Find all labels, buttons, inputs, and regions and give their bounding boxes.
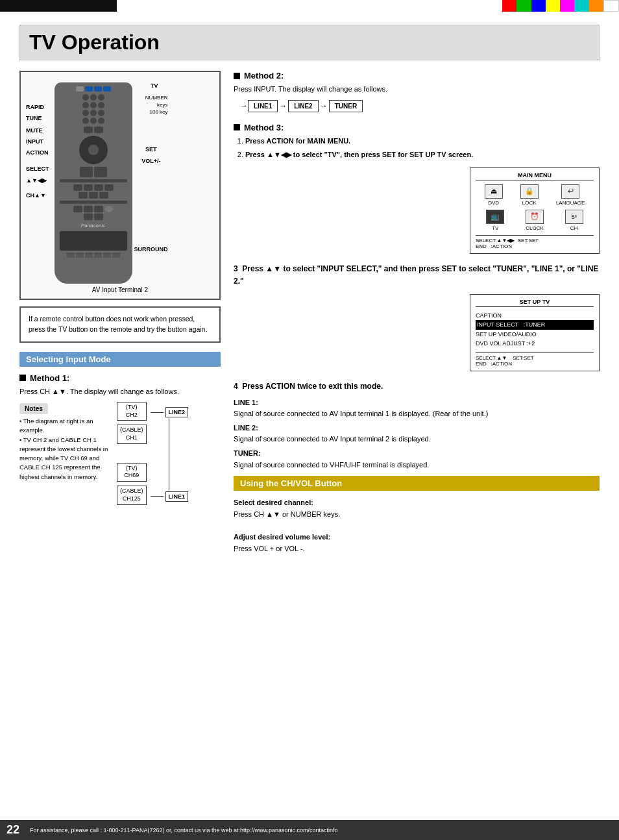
setup-select-line: SELECT:▲▼ SET:SET xyxy=(476,352,594,361)
note-item-1: • The diagram at right is an example. xyxy=(19,417,110,436)
method2-title: Method 2: xyxy=(234,71,600,80)
dvd-label: DVD xyxy=(485,200,503,206)
setup-item-input-select: INPUT SELECT :TUNER xyxy=(476,320,594,329)
menu-item-tv: 📺 TV xyxy=(486,210,504,231)
remote-side-labels: RAPID TUNE MUTE INPUT ACTION SELECT ▲▼◀▶… xyxy=(26,84,49,284)
notes-label: Notes xyxy=(19,403,48,414)
vol-btn xyxy=(94,167,107,177)
surround-row-1 xyxy=(60,206,127,212)
label-action: ACTION xyxy=(26,147,49,158)
ctrl-2 xyxy=(94,127,103,133)
menu-item-lock: 🔒 LOCK xyxy=(520,184,539,206)
language-icon-box: ↩ xyxy=(561,184,579,199)
na xyxy=(82,117,89,124)
pb2 xyxy=(84,184,93,191)
n7 xyxy=(82,110,89,116)
label-tv: TV xyxy=(151,82,158,89)
label-input: INPUT xyxy=(26,136,49,147)
label-number-keys: NUMBERkeys100 key xyxy=(145,94,168,116)
ch-diagram: (TV)CH2 (CABLE)CH1 (TV)CH69 (CABLE)CH125… xyxy=(117,402,221,507)
bullet-square xyxy=(19,375,26,381)
rbtn-4 xyxy=(103,86,111,92)
num-row-3 xyxy=(60,110,127,116)
arrow2: → xyxy=(320,101,328,110)
ctrl-row xyxy=(60,127,127,133)
panasonic-logo: Panasonic xyxy=(60,223,127,229)
method3-title: Method 3: xyxy=(234,123,600,132)
num-row-1 xyxy=(60,94,127,101)
s3 xyxy=(94,206,103,212)
tuner-desc: TUNER:Signal of source connected to VHF/… xyxy=(234,448,600,471)
step4-text: 4 Press ACTION twice to exit this mode. xyxy=(234,380,600,392)
method3-label: Method 3: xyxy=(244,123,284,132)
line2-desc: LINE 2:Signal of source connected to AV … xyxy=(234,423,600,445)
bot3 xyxy=(85,253,93,258)
method1-label: Method 1: xyxy=(30,373,69,383)
notes-left: Notes • The diagram at right is an examp… xyxy=(19,402,110,507)
line2-row: LINE2 xyxy=(151,407,189,417)
swatch-yellow xyxy=(546,0,560,12)
step3-num: 3 Press ▲▼ to select "INPUT SELECT," and… xyxy=(234,263,600,288)
swatch-green xyxy=(516,0,531,12)
line1-badge: LINE1 xyxy=(165,491,189,502)
vertical-line xyxy=(169,419,169,490)
remote-drawing-area: TV NUMBERkeys100 key SET VOL+/- SURROUND xyxy=(55,82,132,284)
setup-item-video-audio: SET UP VIDEO/AUDIO xyxy=(476,330,594,339)
setup-select-label: SELECT:▲▼ SET:SET xyxy=(476,355,534,361)
swatch-cyan xyxy=(574,0,589,12)
method1-text: Press CH ▲▼. The display will change as … xyxy=(19,386,221,397)
main-menu-title: MAIN MENU xyxy=(476,172,594,180)
remote-box: RAPID TUNE MUTE INPUT ACTION SELECT ▲▼◀▶… xyxy=(19,71,221,300)
menu-select-line: SELECT:▲▼◀▶ SET:SETEND :ACTION xyxy=(476,235,594,249)
clock-icon-box: ⏰ xyxy=(526,210,544,224)
page-title: TV Operation xyxy=(19,25,600,60)
setup-item-dvd-vol: DVD VOL ADJUST :+2 xyxy=(476,339,594,348)
rbtn-1 xyxy=(76,86,84,92)
arrow1: → xyxy=(279,101,287,110)
ch-box-tv2: (TV)CH2 xyxy=(117,402,147,421)
note-item-2: • TV CH 2 and CABLE CH 1 represent the l… xyxy=(19,436,110,482)
playback-row-1 xyxy=(60,184,127,191)
n6 xyxy=(98,102,104,108)
n1 xyxy=(82,94,89,101)
adjust-volume-title: Adjust desired volume level: xyxy=(234,532,600,543)
swatch-blue xyxy=(531,0,546,12)
ch-btn xyxy=(80,167,93,177)
page-content: TV Operation RAPID TUNE MUTE INPUT ACTIO… xyxy=(0,12,619,561)
surround-row-2 xyxy=(60,214,127,220)
bot4 xyxy=(94,253,102,258)
page-footer: 22 For assistance, please call : 1-800-2… xyxy=(0,820,619,840)
line-descriptions: LINE 1:Signal of source connected to AV … xyxy=(234,397,600,471)
remote-band-1 xyxy=(60,179,127,182)
bot6 xyxy=(112,253,120,258)
remote-top-row xyxy=(60,86,127,92)
method3-steps: Press ACTION for MAIN MENU. Press ▲▼◀▶ t… xyxy=(234,136,600,161)
bullet-square-2 xyxy=(234,73,240,79)
swatch-magenta xyxy=(560,0,574,12)
tv-icon-box: 📺 xyxy=(486,210,504,224)
method3-step1: Press ACTION for MAIN MENU. xyxy=(245,136,600,147)
label-mute: MUTE xyxy=(26,125,49,136)
clock-label: CLOCK xyxy=(526,225,544,231)
remote-display-screen xyxy=(60,231,127,251)
select-channel-text: Press CH ▲▼ or NUMBER keys. xyxy=(234,509,600,521)
av-input-label: AV Input Terminal 2 xyxy=(26,286,214,293)
ch-box-cable1: (CABLE)CH1 xyxy=(117,425,147,443)
color-swatches xyxy=(502,0,619,12)
ch-vol-row xyxy=(60,167,127,177)
notes-text: • The diagram at right is an example. • … xyxy=(19,417,110,482)
bot5 xyxy=(103,253,111,258)
s1 xyxy=(73,206,82,212)
line2-badge: LINE2 xyxy=(165,407,189,417)
pb1 xyxy=(73,184,82,191)
ch-arrows-col: LINE2 LINE1 xyxy=(151,402,189,507)
dpad xyxy=(79,136,108,164)
ctrl-1 xyxy=(84,127,93,133)
input-flow: → LINE1 → LINE2 → TUNER xyxy=(240,100,600,112)
n8 xyxy=(90,110,97,116)
rbtn-2 xyxy=(85,86,93,92)
num-row-2 xyxy=(60,102,127,108)
pb4 xyxy=(104,184,114,191)
method1-title: Method 1: xyxy=(19,373,221,383)
chvol-text: Select desired channel: Press CH ▲▼ or N… xyxy=(234,497,600,554)
